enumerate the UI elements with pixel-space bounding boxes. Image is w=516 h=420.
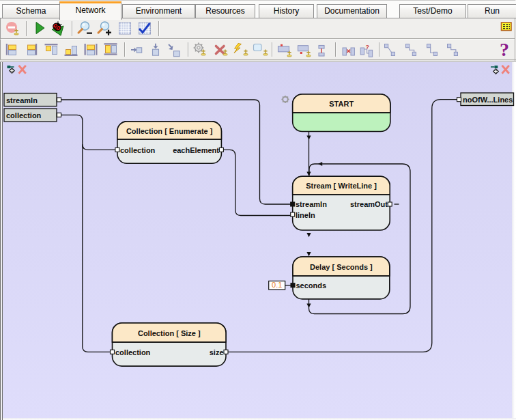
svg-text:streamIn: streamIn xyxy=(296,200,327,208)
svg-text:lineIn: lineIn xyxy=(296,211,315,219)
svg-text:streamOut: streamOut xyxy=(350,200,388,208)
svg-text:Collection [ Enumerate ]: Collection [ Enumerate ] xyxy=(126,127,213,135)
svg-text:0.1: 0.1 xyxy=(272,281,282,289)
svg-text:Delay [ Seconds ]: Delay [ Seconds ] xyxy=(310,263,373,271)
svg-text:streamIn: streamIn xyxy=(6,96,38,104)
svg-text:collection: collection xyxy=(6,111,42,120)
svg-text:Collection [ Size ]: Collection [ Size ] xyxy=(138,329,201,337)
svg-text:collection: collection xyxy=(115,348,151,356)
svg-text:Stream [ WriteLine ]: Stream [ WriteLine ] xyxy=(306,182,377,190)
svg-text:noOfW...Lines: noOfW...Lines xyxy=(463,96,513,104)
svg-text:seconds: seconds xyxy=(296,281,327,290)
svg-text:START: START xyxy=(329,100,354,108)
svg-text:eachElement: eachElement xyxy=(173,146,219,154)
svg-text:size: size xyxy=(210,348,224,356)
svg-text:collection: collection xyxy=(120,146,156,154)
